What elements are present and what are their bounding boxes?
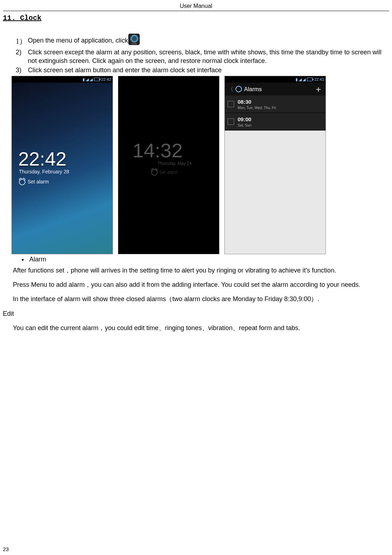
paragraph: You can edit the current alarm，you could… [13, 324, 389, 332]
status-time: 22:42 [101, 77, 111, 82]
alarms-title: Alarms [244, 85, 262, 93]
status-bar: ▮ ◢ ◢ 22:41 [225, 76, 326, 83]
alarm-row[interactable]: 09:00 Sat, Sun [225, 113, 326, 131]
list-item-1: 1） Open the menu of application, click [16, 34, 389, 47]
bullet-list: Alarm [28, 255, 389, 264]
alarm-days: Sat, Sun [238, 123, 251, 128]
clock-time: 14:32 [133, 137, 183, 164]
clock-date: Thursday, May 24 [158, 161, 192, 166]
edit-heading: Edit [3, 309, 389, 318]
paragraph: After functions set，phone will arrives i… [13, 266, 389, 275]
alarm-time: 08:30 [238, 98, 276, 105]
spacer [3, 338, 389, 517]
alarm-row[interactable]: 08:30 Mon, Tue, Wed, Thu, Fri [225, 95, 326, 113]
header-rule [3, 11, 389, 11]
phone-screenshot-clock-dim: 14:32 Thursday, May 24 Set alarm [118, 76, 219, 254]
status-time: 22:41 [314, 77, 324, 82]
clock-app-icon [128, 34, 140, 45]
add-alarm-icon[interactable]: ＋ [314, 83, 323, 95]
alarm-days: Mon, Tue, Wed, Thu, Fri [238, 105, 276, 110]
list-marker: 2) [16, 48, 21, 57]
wallpaper-black [118, 83, 219, 254]
bullet-alarm: Alarm [28, 255, 389, 264]
signal-icon: ▮ ◢ ◢ [83, 77, 93, 82]
alarm-icon [151, 169, 158, 176]
alarm-time: 09:00 [238, 116, 251, 123]
set-alarm-label: Set alarm [28, 178, 49, 185]
clock-time: 22:42 [18, 146, 66, 172]
status-bar [118, 76, 219, 83]
list-item-3: 3) Click screen set alarm button and ent… [16, 66, 389, 74]
signal-icon: ▮ ◢ ◢ [296, 77, 306, 82]
checkbox-icon[interactable] [228, 118, 234, 125]
set-alarm-label: Set alarm [159, 170, 178, 175]
alarm-icon [19, 179, 25, 185]
page-header: User Manual [3, 0, 389, 11]
list-item-text: Click screen except the alarm at any pos… [28, 49, 381, 64]
list-item-text: Click screen set alarm button and enter … [28, 67, 222, 74]
set-alarm-button[interactable]: Set alarm [151, 169, 178, 176]
alarms-titlebar: 〈 Alarms ＋ [225, 83, 326, 95]
clock-icon [235, 86, 242, 92]
numbered-list: 1） Open the menu of application, click 2… [16, 34, 389, 75]
list-item-text: Open the menu of application, click [28, 36, 128, 45]
set-alarm-button[interactable]: Set alarm [19, 178, 49, 185]
phone-screenshot-clock-color: ▮ ◢ ◢ 22:42 22:42 Thursday, February 28 … [11, 76, 113, 254]
battery-icon [94, 78, 100, 81]
checkbox-icon[interactable] [228, 101, 234, 107]
screenshots-row: ▮ ◢ ◢ 22:42 22:42 Thursday, February 28 … [11, 76, 389, 254]
status-bar: ▮ ◢ ◢ 22:42 [12, 76, 113, 83]
battery-icon [307, 78, 313, 81]
list-item-2: 2) Click screen except the alarm at any … [16, 48, 389, 65]
back-icon[interactable]: 〈 [228, 85, 233, 93]
clock-date: Thursday, February 28 [19, 168, 69, 175]
phone-screenshot-alarm-list: ▮ ◢ ◢ 22:41 〈 Alarms ＋ 08:30 Mon, Tue, W… [224, 76, 326, 254]
list-marker: 3) [16, 66, 21, 74]
paragraph: In the interface of alarm will show thre… [13, 295, 389, 303]
paragraph: Press Menu to add alarm，you can also add… [13, 280, 389, 289]
list-marker: 1） [16, 36, 26, 46]
section-title: 11. Clock [3, 13, 389, 23]
